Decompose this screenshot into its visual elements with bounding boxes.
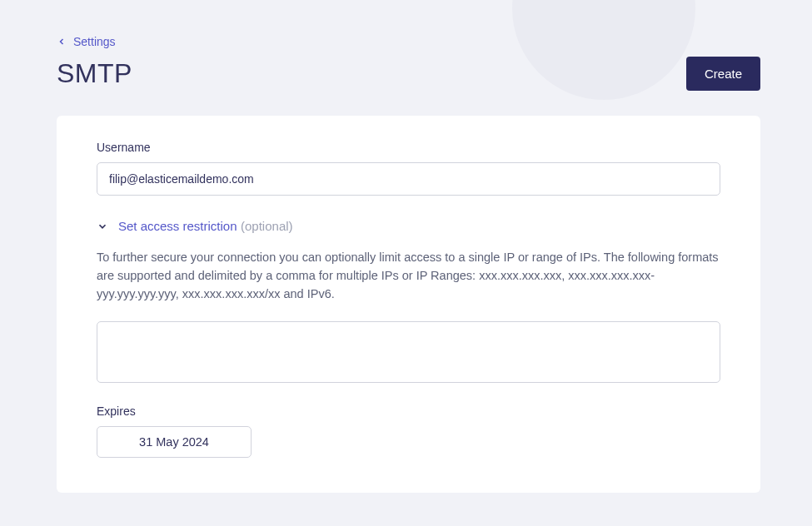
username-label: Username bbox=[97, 141, 720, 154]
breadcrumb-settings-link[interactable]: Settings bbox=[73, 35, 116, 48]
access-restriction-optional: (optional) bbox=[241, 219, 293, 233]
chevron-left-icon[interactable] bbox=[57, 37, 67, 47]
form-card: Username Set access restriction (optiona… bbox=[57, 116, 760, 493]
access-restriction-label: Set access restriction bbox=[118, 219, 237, 233]
create-button[interactable]: Create bbox=[686, 57, 760, 91]
username-input[interactable] bbox=[97, 162, 720, 196]
access-restriction-toggle[interactable]: Set access restriction (optional) bbox=[97, 219, 720, 234]
header-row: SMTP Create bbox=[57, 57, 760, 91]
page-title: SMTP bbox=[57, 58, 132, 89]
expires-field-group: Expires 31 May 2024 bbox=[97, 404, 720, 458]
access-restriction-description: To further secure your connection you ca… bbox=[97, 249, 720, 303]
expires-label: Expires bbox=[97, 404, 720, 418]
username-field-group: Username bbox=[97, 141, 720, 196]
breadcrumb: Settings bbox=[57, 35, 760, 48]
expires-date-picker[interactable]: 31 May 2024 bbox=[97, 426, 252, 458]
ip-restriction-input[interactable] bbox=[97, 321, 720, 383]
chevron-down-icon bbox=[97, 221, 108, 232]
